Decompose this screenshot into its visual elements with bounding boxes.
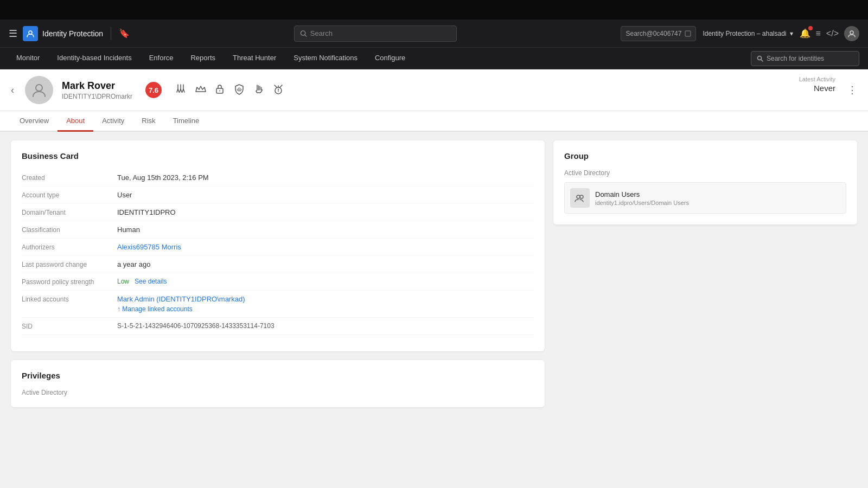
svg-point-4 xyxy=(758,56,762,60)
cursor-area xyxy=(22,335,534,341)
bookmark-icon[interactable]: 🔖 xyxy=(119,28,130,38)
tab-timeline[interactable]: Timeline xyxy=(164,111,208,132)
svg-point-7 xyxy=(219,90,220,91)
group-title: Group xyxy=(564,151,846,160)
group-item-details: Domain Users identity1.idpro/Users/Domai… xyxy=(595,190,689,206)
group-item[interactable]: Domain Users identity1.idpro/Users/Domai… xyxy=(564,182,846,214)
group-item-path: identity1.idpro/Users/Domain Users xyxy=(595,200,689,206)
header-divider xyxy=(111,27,111,40)
field-value-classification: Human xyxy=(117,226,534,234)
lock-icon[interactable] xyxy=(214,83,226,98)
nav-enforce[interactable]: Enforce xyxy=(142,48,181,69)
field-sid: SID S-1-5-21-1432946406-1070925368-14333… xyxy=(22,318,534,335)
svg-point-8 xyxy=(238,88,240,90)
authorizers-link[interactable]: Alexis695785 Morris xyxy=(117,243,181,251)
notification-icon[interactable]: 🔔 xyxy=(800,28,810,38)
low-badge: Low xyxy=(117,278,129,285)
nav-identity-incidents[interactable]: Identity-based Incidents xyxy=(49,48,139,69)
field-label-created: Created xyxy=(22,174,108,182)
manage-linked-accounts-link[interactable]: ↑ Manage linked accounts xyxy=(117,305,534,313)
tab-overview[interactable]: Overview xyxy=(11,111,58,132)
search-context-text: Search@0c406747 xyxy=(626,30,681,37)
nav-reports[interactable]: Reports xyxy=(183,48,223,69)
field-authorizers: Authorizers Alexis695785 Morris xyxy=(22,239,534,256)
field-value-created: Tue, Aug 15th 2023, 2:16 PM xyxy=(117,174,534,182)
identity-header: ‹ Mark Rover IDENTITY1\DPROmarkr 7.6 xyxy=(0,69,868,111)
svg-point-10 xyxy=(278,91,279,92)
search-context-icon xyxy=(685,30,691,37)
field-value-pw-policy: Low See details xyxy=(117,278,534,285)
field-value-last-pw-change: a year ago xyxy=(117,260,534,268)
identity-avatar xyxy=(25,76,53,104)
header: ☰ Identity Protection 🔖 Search@0c406747 xyxy=(0,20,868,48)
field-label-domain-tenant: Domain/Tenant xyxy=(22,208,108,216)
user-avatar-icon[interactable] xyxy=(844,26,859,41)
risk-score-badge: 7.6 xyxy=(145,82,162,98)
nav-threat-hunter[interactable]: Threat Hunter xyxy=(225,48,284,69)
app-switcher[interactable]: Identity Protection – ahalsadi ▾ xyxy=(703,30,793,37)
chevron-down-icon: ▾ xyxy=(790,30,793,37)
field-label-classification: Classification xyxy=(22,226,108,234)
svg-rect-2 xyxy=(685,31,691,36)
field-label-pw-policy: Password policy strength xyxy=(22,278,108,286)
field-password-policy: Password policy strength Low See details xyxy=(22,273,534,291)
field-value-authorizers: Alexis695785 Morris xyxy=(117,243,534,251)
navbar-right: Search for identities xyxy=(751,51,859,66)
left-panel: Business Card Created Tue, Aug 15th 2023… xyxy=(11,140,545,479)
crown-icon[interactable] xyxy=(194,83,206,98)
hunt-icon[interactable] xyxy=(175,83,187,98)
identity-info: Mark Rover IDENTITY1\DPROmarkr xyxy=(62,80,132,100)
nav-system-notifications[interactable]: System Notifications xyxy=(286,48,365,69)
gesture-icon[interactable] xyxy=(253,83,265,98)
tab-activity[interactable]: Activity xyxy=(93,111,133,132)
search-context[interactable]: Search@0c406747 xyxy=(621,26,696,41)
shield-web-icon[interactable] xyxy=(233,83,245,98)
right-panel: Group Active Directory Domain Users iden xyxy=(553,140,857,479)
code-icon[interactable]: </> xyxy=(826,29,839,38)
field-label-sid: SID xyxy=(22,322,108,330)
svg-point-0 xyxy=(29,31,32,34)
linked-account-link[interactable]: Mark Admin (IDENTITY1IDPRO\markad) xyxy=(117,295,534,303)
group-item-name: Domain Users xyxy=(595,190,689,198)
header-icons: 🔔 ≡ </> xyxy=(800,26,859,41)
group-item-icon xyxy=(570,188,590,208)
menu-lines-icon[interactable]: ≡ xyxy=(816,29,821,38)
tab-risk[interactable]: Risk xyxy=(133,111,164,132)
search-identities-box[interactable]: Search for identities xyxy=(751,51,859,66)
group-label: Active Directory xyxy=(564,169,846,177)
search-box[interactable] xyxy=(294,25,457,42)
header-right: Search@0c406747 Identity Protection – ah… xyxy=(621,26,859,41)
see-details-link[interactable]: See details xyxy=(135,278,167,285)
notification-badge xyxy=(808,26,813,30)
field-value-linked-accounts: Mark Admin (IDENTITY1IDPRO\markad) ↑ Man… xyxy=(117,295,534,313)
field-label-authorizers: Authorizers xyxy=(22,243,108,251)
content-area: Business Card Created Tue, Aug 15th 2023… xyxy=(0,132,868,488)
nav-configure[interactable]: Configure xyxy=(367,48,413,69)
field-label-account-type: Account type xyxy=(22,191,108,199)
top-bar xyxy=(0,0,868,20)
search-icon xyxy=(300,30,307,37)
field-value-account-type: User xyxy=(117,191,534,199)
back-button[interactable]: ‹ xyxy=(11,85,14,96)
field-value-domain-tenant: IDENTITY1IDPRO xyxy=(117,208,534,216)
group-card: Group Active Directory Domain Users iden xyxy=(553,140,857,224)
svg-point-12 xyxy=(580,195,583,198)
latest-activity-label: Latest Activity xyxy=(799,76,835,82)
identity-sub: IDENTITY1\DPROmarkr xyxy=(62,93,132,100)
hazard-icon[interactable] xyxy=(272,83,284,98)
search-input[interactable] xyxy=(310,29,451,37)
hamburger-icon[interactable]: ☰ xyxy=(9,28,17,40)
more-options-button[interactable]: ⋮ xyxy=(847,84,857,96)
privileges-label: Active Directory xyxy=(22,389,534,396)
navbar: Monitor Identity-based Incidents Enforce… xyxy=(0,48,868,69)
app-logo-icon xyxy=(23,26,38,41)
field-label-last-pw-change: Last password change xyxy=(22,260,108,268)
field-domain-tenant: Domain/Tenant IDENTITY1IDPRO xyxy=(22,204,534,221)
nav-monitor[interactable]: Monitor xyxy=(9,48,47,69)
business-card: Business Card Created Tue, Aug 15th 2023… xyxy=(11,140,545,351)
identity-action-icons xyxy=(175,83,284,98)
svg-point-11 xyxy=(577,195,580,198)
latest-activity-section: Latest Activity Never xyxy=(799,76,835,93)
header-search-area xyxy=(136,25,614,42)
tab-about[interactable]: About xyxy=(58,111,93,132)
